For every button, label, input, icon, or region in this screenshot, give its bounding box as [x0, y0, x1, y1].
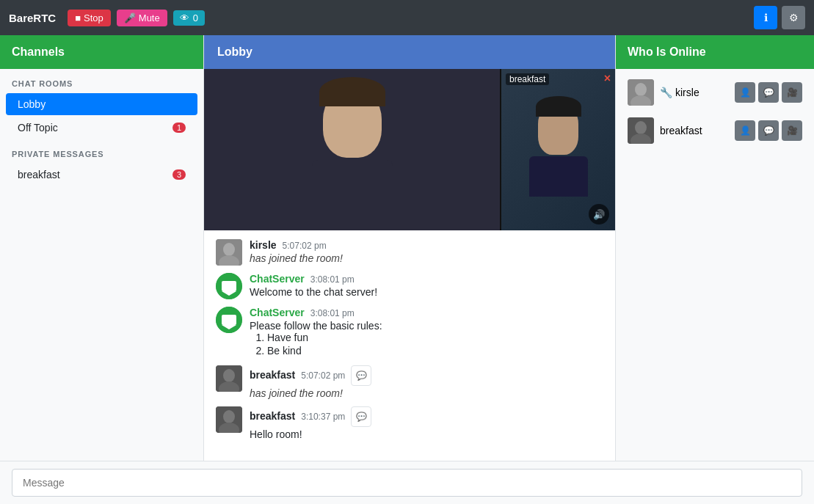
svg-rect-7 [222, 315, 236, 325]
video-area: breakfast × 🔊 [204, 69, 615, 230]
avatar [216, 307, 242, 333]
avatar [216, 406, 242, 433]
navbar: BareRTC ■ Stop 🎤 Mute 👁 0 ℹ ⚙ [0, 0, 814, 35]
kirsle-profile-button[interactable]: 👤 [735, 82, 755, 103]
online-item-kirsle: 🔧 kirsle 👤 💬 🎥 [622, 75, 808, 110]
off-topic-badge: 1 [172, 123, 186, 133]
chat-header: Lobby [204, 35, 615, 69]
message-input[interactable] [12, 469, 802, 497]
sidebar-item-lobby[interactable]: Lobby [6, 93, 197, 115]
pip-video: breakfast × 🔊 [501, 69, 615, 230]
pip-face-hair [536, 96, 581, 117]
pip-label: breakfast [506, 73, 549, 85]
avatar [628, 79, 654, 106]
list-item: Be kind [267, 345, 603, 357]
breakfast-actions: 👤 💬 🎥 [735, 120, 802, 141]
avatar [216, 239, 242, 266]
channels-sidebar: Channels CHAT ROOMS Lobby Off Topic 1 PR… [0, 35, 204, 461]
message-bar [0, 461, 814, 504]
breakfast-pm-badge: 3 [172, 169, 186, 180]
breakfast-chat-button[interactable]: 💬 [758, 120, 779, 141]
msg-time: 5:07:02 pm [301, 370, 345, 381]
svg-point-10 [223, 369, 235, 382]
viewer-count: 0 [193, 12, 198, 23]
msg-content: breakfast 3:10:37 pm 💬 Hello room! [250, 406, 603, 440]
avatar [216, 365, 242, 392]
pip-close-button[interactable]: × [604, 72, 611, 85]
table-row: breakfast 3:10:37 pm 💬 Hello room! [216, 406, 603, 440]
table-row: kirsle 5:07:02 pm has joined the room! [216, 239, 603, 266]
list-item: Have fun [267, 332, 603, 343]
table-row: ChatServer 3:08:01 pm Please follow the … [216, 307, 603, 358]
msg-author: ChatServer [250, 307, 305, 318]
online-username-breakfast: breakfast [660, 125, 729, 136]
msg-meta: kirsle 5:07:02 pm [250, 239, 603, 251]
msg-time: 3:08:01 pm [310, 308, 355, 318]
chat-panel: Lobby breakfast × [204, 35, 616, 461]
msg-meta: breakfast 5:07:02 pm 💬 [250, 365, 603, 386]
video-icon: 🎥 [787, 87, 798, 98]
off-topic-label: Off Topic [18, 122, 58, 134]
online-username-kirsle: 🔧 kirsle [660, 87, 729, 98]
navbar-right-actions: ℹ ⚙ [754, 6, 805, 29]
msg-text: has joined the room! [250, 387, 603, 399]
lobby-label: Lobby [18, 98, 46, 110]
chat-icon: 💬 [763, 87, 774, 98]
msg-author: kirsle [250, 239, 277, 251]
msg-author: ChatServer [250, 273, 305, 285]
breakfast-pm-label: breakfast [18, 169, 60, 180]
msg-author: breakfast [250, 410, 295, 422]
info-button[interactable]: ℹ [754, 6, 777, 29]
online-list: 🔧 kirsle 👤 💬 🎥 [616, 69, 814, 154]
rules-list: Have fun Be kind [267, 332, 603, 357]
wrench-icon: 🔧 [660, 87, 672, 98]
mute-button[interactable]: 🎤 Mute [117, 10, 167, 26]
msg-time: 3:08:01 pm [310, 274, 355, 285]
mic-icon: 🎤 [124, 12, 136, 23]
settings-button[interactable]: ⚙ [782, 6, 805, 29]
chat-icon: 💬 [356, 370, 367, 381]
msg-time: 3:10:37 pm [301, 412, 345, 422]
msg-time: 5:07:02 pm [283, 241, 327, 251]
msg-content: ChatServer 3:08:01 pm Welcome to the cha… [250, 273, 603, 298]
msg-text: Hello room! [250, 428, 603, 440]
msg-meta: ChatServer 3:08:01 pm [250, 273, 603, 285]
reply-button[interactable]: 💬 [351, 406, 371, 427]
reply-button[interactable]: 💬 [351, 365, 371, 386]
chat-rooms-label: CHAT ROOMS [0, 69, 203, 92]
online-panel: Who Is Online 🔧 kirsle 👤 💬 [616, 35, 814, 461]
table-row: ChatServer 3:08:01 pm Welcome to the cha… [216, 273, 603, 299]
table-row: breakfast 5:07:02 pm 💬 has joined the ro… [216, 365, 603, 399]
stop-button[interactable]: ■ Stop [68, 10, 111, 26]
kirsle-video-button[interactable]: 🎥 [782, 82, 802, 103]
main-video-face [204, 69, 500, 230]
channels-title: Channels [12, 45, 65, 58]
msg-meta: ChatServer 3:08:01 pm [250, 307, 603, 318]
svg-point-13 [223, 410, 235, 423]
channels-header: Channels [0, 35, 203, 69]
stop-label: Stop [84, 12, 103, 23]
msg-content: kirsle 5:07:02 pm has joined the room! [250, 239, 603, 264]
svg-rect-4 [222, 281, 236, 291]
svg-point-1 [223, 243, 235, 256]
video-icon: 🎥 [787, 125, 798, 136]
breakfast-video-button[interactable]: 🎥 [782, 120, 802, 141]
msg-meta: breakfast 3:10:37 pm 💬 [250, 406, 603, 427]
pip-sound-button[interactable]: 🔊 [589, 204, 609, 224]
online-header: Who Is Online [616, 35, 814, 69]
kirsle-actions: 👤 💬 🎥 [735, 82, 802, 103]
breakfast-profile-button[interactable]: 👤 [735, 120, 755, 141]
pip-face-body [529, 156, 588, 197]
mute-label: Mute [139, 12, 160, 23]
msg-text: has joined the room! [250, 252, 603, 264]
main-face-hair [319, 77, 385, 106]
main-face-body [312, 160, 393, 211]
kirsle-chat-button[interactable]: 💬 [758, 82, 779, 103]
person-icon: 👤 [740, 87, 751, 98]
msg-author: breakfast [250, 369, 295, 381]
main-video [204, 69, 500, 230]
sidebar-item-off-topic[interactable]: Off Topic 1 [6, 117, 197, 139]
viewer-count-badge: 👁 0 [173, 10, 205, 26]
svg-point-16 [635, 83, 647, 96]
sidebar-item-breakfast-pm[interactable]: breakfast 3 [6, 164, 197, 186]
